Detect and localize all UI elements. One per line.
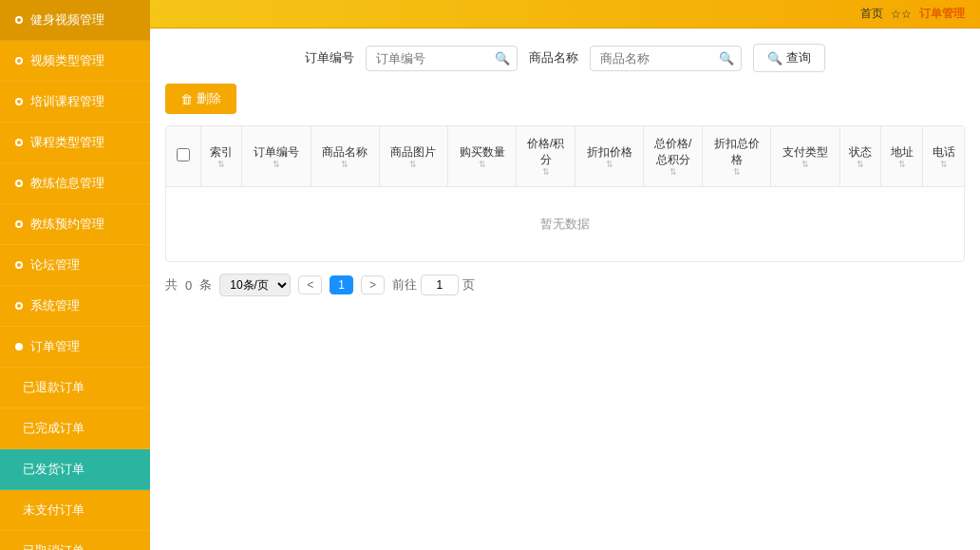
sidebar-dot-coach-info xyxy=(15,180,23,187)
sidebar-label-train-course: 培训课程管理 xyxy=(30,93,104,110)
th-address: 地址 ⇅ xyxy=(881,126,923,187)
sidebar-label-video-type: 视频类型管理 xyxy=(30,52,104,69)
sidebar-item-deliver-order[interactable]: 已发货订单 xyxy=(0,449,150,490)
sidebar-label-refund-order: 已退款订单 xyxy=(23,379,85,396)
topbar: 首页 ☆☆ 订单管理 xyxy=(150,0,980,28)
th-goods-image: 商品图片 ⇅ xyxy=(379,126,447,187)
total-unit: 条 xyxy=(199,276,212,294)
total-count: 0 xyxy=(185,278,192,293)
no-data-row: 暂无数据 xyxy=(166,187,964,262)
sidebar-item-coach-info[interactable]: 教练信息管理 xyxy=(0,163,150,204)
sidebar-label-unpaid-order: 未支付订单 xyxy=(23,502,85,519)
th-price-points: 价格/积分 ⇅ xyxy=(517,126,575,187)
delete-label: 删除 xyxy=(197,90,221,107)
query-label: 查询 xyxy=(786,49,811,66)
breadcrumb-stars: ☆☆ xyxy=(891,8,912,21)
delete-icon: 🗑 xyxy=(180,92,193,106)
sidebar-item-system[interactable]: 系统管理 xyxy=(0,286,150,327)
sidebar-dot-train-course xyxy=(15,98,23,105)
total-label: 共 xyxy=(165,276,178,294)
select-all-checkbox[interactable] xyxy=(177,148,190,161)
order-no-label: 订单编号 xyxy=(305,49,354,66)
goods-name-label: 商品名称 xyxy=(529,49,578,66)
sidebar-dot-forum xyxy=(15,261,23,269)
sidebar-label-health-video: 健身视频管理 xyxy=(30,11,104,28)
sidebar-dot-system xyxy=(15,302,23,310)
search-bar: 订单编号 🔍 商品名称 🔍 🔍 查询 xyxy=(165,44,965,72)
sidebar-item-forum[interactable]: 论坛管理 xyxy=(0,245,150,286)
th-total-price-points: 总价格/总积分 ⇅ xyxy=(644,126,703,187)
th-payment-type: 支付类型 ⇅ xyxy=(771,126,839,187)
th-purchase-qty: 购买数量 ⇅ xyxy=(447,126,516,187)
sidebar-item-coach-booking[interactable]: 教练预约管理 xyxy=(0,204,150,245)
page-unit-label: 页 xyxy=(462,276,475,294)
no-data-cell: 暂无数据 xyxy=(166,187,964,262)
sidebar-item-course-type[interactable]: 课程类型管理 xyxy=(0,123,150,163)
sidebar-item-order-mgmt[interactable]: 订单管理 xyxy=(0,327,150,368)
pagination: 共 0 条 10条/页 20条/页 50条/页 < 1 > 前往 页 xyxy=(165,274,965,296)
sidebar-dot-course-type xyxy=(15,139,23,146)
sidebar-label-course-type: 课程类型管理 xyxy=(30,134,104,151)
sidebar: 健身视频管理视频类型管理培训课程管理课程类型管理教练信息管理教练预约管理论坛管理… xyxy=(0,0,150,550)
main-content: 首页 ☆☆ 订单管理 订单编号 🔍 商品名称 🔍 🔍 查询 xyxy=(150,0,980,550)
goods-name-search-icon: 🔍 xyxy=(719,51,734,66)
sidebar-item-unpaid-order[interactable]: 未支付订单 xyxy=(0,490,150,531)
action-bar: 🗑 删除 xyxy=(165,84,965,114)
page-jump: 前往 页 xyxy=(392,275,475,295)
data-table-wrap: 索引 ⇅ 订单编号 ⇅ 商品名称 xyxy=(165,125,965,262)
th-order-no: 订单编号 ⇅ xyxy=(242,126,311,187)
th-goods-name: 商品名称 ⇅ xyxy=(311,126,379,187)
sidebar-dot-order-mgmt xyxy=(15,343,23,351)
query-icon: 🔍 xyxy=(767,51,782,66)
sidebar-item-refund-order[interactable]: 已退款订单 xyxy=(0,368,150,408)
page-size-select[interactable]: 10条/页 20条/页 50条/页 xyxy=(219,274,291,296)
th-status: 状态 ⇅ xyxy=(839,126,881,187)
query-button[interactable]: 🔍 查询 xyxy=(753,44,825,72)
goto-label: 前往 xyxy=(392,276,417,294)
order-no-search-icon: 🔍 xyxy=(495,51,510,66)
page-1-button[interactable]: 1 xyxy=(330,275,353,294)
sidebar-item-train-course[interactable]: 培训课程管理 xyxy=(0,82,150,123)
table-header-row: 索引 ⇅ 订单编号 ⇅ 商品名称 xyxy=(166,126,964,187)
breadcrumb: 首页 ☆☆ 订单管理 xyxy=(860,6,965,22)
order-no-input-wrap: 🔍 xyxy=(366,46,518,71)
sidebar-item-health-video[interactable]: 健身视频管理 xyxy=(0,0,150,41)
goods-name-input-wrap: 🔍 xyxy=(590,46,742,71)
sidebar-label-cancel-order: 已取消订单 xyxy=(23,542,85,550)
prev-page-button[interactable]: < xyxy=(298,275,322,294)
th-discount-price: 折扣价格 ⇅ xyxy=(575,126,644,187)
sidebar-label-coach-booking: 教练预约管理 xyxy=(30,216,104,233)
sidebar-label-forum: 论坛管理 xyxy=(30,256,80,274)
sidebar-label-order-mgmt: 订单管理 xyxy=(30,338,80,355)
sidebar-dot-health-video xyxy=(15,16,23,24)
th-phone: 电话 ⇅ xyxy=(923,126,964,187)
sidebar-label-complete-order: 已完成订单 xyxy=(23,420,85,437)
th-index: 索引 ⇅ xyxy=(200,126,242,187)
sidebar-label-system: 系统管理 xyxy=(30,297,80,314)
sidebar-label-coach-info: 教练信息管理 xyxy=(30,175,104,192)
sidebar-item-video-type[interactable]: 视频类型管理 xyxy=(0,41,150,82)
sidebar-dot-video-type xyxy=(15,57,23,65)
delete-button[interactable]: 🗑 删除 xyxy=(165,84,236,114)
sidebar-item-complete-order[interactable]: 已完成订单 xyxy=(0,408,150,449)
next-page-button[interactable]: > xyxy=(361,275,385,294)
sidebar-item-cancel-order[interactable]: 已取消订单 xyxy=(0,531,150,550)
th-checkbox xyxy=(166,126,200,187)
breadcrumb-current: 订单管理 xyxy=(919,6,965,22)
sidebar-dot-coach-booking xyxy=(15,220,23,228)
breadcrumb-home[interactable]: 首页 xyxy=(860,6,883,22)
content-area: 订单编号 🔍 商品名称 🔍 🔍 查询 🗑 删除 xyxy=(150,28,980,550)
th-discount-total: 折扣总价格 ⇅ xyxy=(703,126,771,187)
data-table: 索引 ⇅ 订单编号 ⇅ 商品名称 xyxy=(166,126,964,261)
page-jump-input[interactable] xyxy=(421,275,459,295)
sidebar-label-deliver-order: 已发货订单 xyxy=(23,461,85,478)
